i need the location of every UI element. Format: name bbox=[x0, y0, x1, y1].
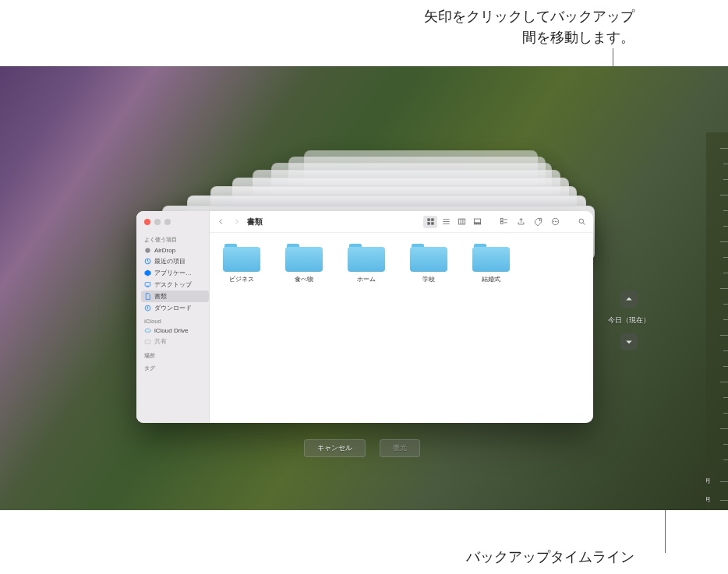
svg-rect-12 bbox=[474, 219, 480, 223]
folder-icon bbox=[472, 242, 510, 272]
folder-item[interactable]: ビジネス bbox=[217, 242, 266, 283]
sidebar-item-applications[interactable]: アプリケー… bbox=[141, 267, 209, 279]
svg-rect-13 bbox=[474, 224, 475, 224]
action-buttons: キャンセル 復元 bbox=[304, 439, 420, 457]
view-mode-group bbox=[423, 216, 484, 228]
svg-rect-11 bbox=[458, 219, 465, 224]
timeline-tick bbox=[720, 288, 728, 289]
svg-point-22 bbox=[556, 221, 557, 222]
chevron-down-icon bbox=[624, 337, 634, 347]
group-by-button[interactable] bbox=[497, 216, 511, 228]
folder-item[interactable]: 結婚式 bbox=[467, 242, 515, 283]
action-button[interactable] bbox=[548, 216, 562, 228]
sidebar-item-label: ダウンロード bbox=[154, 304, 192, 312]
svg-rect-17 bbox=[500, 222, 503, 224]
zoom-button bbox=[164, 219, 171, 225]
minimize-button bbox=[154, 219, 161, 225]
svg-point-18 bbox=[539, 220, 539, 220]
folder-label: 結婚式 bbox=[482, 275, 500, 283]
window-title: 書類 bbox=[247, 217, 263, 227]
sidebar-item-label: 書類 bbox=[154, 292, 167, 301]
sidebar-item-desktop[interactable]: デスクトップ bbox=[141, 279, 209, 291]
svg-rect-10 bbox=[431, 222, 433, 224]
svg-point-20 bbox=[553, 221, 553, 222]
timeline-tick bbox=[720, 428, 728, 429]
callout-timeline: バックアップタイムライン bbox=[466, 548, 634, 566]
folder-item[interactable]: ホーム bbox=[342, 242, 391, 283]
folder-label: ビジネス bbox=[229, 275, 254, 283]
sidebar-item-airdrop[interactable]: AirDrop bbox=[141, 245, 209, 255]
svg-rect-3 bbox=[145, 283, 150, 287]
timeline-tick bbox=[723, 350, 728, 351]
timeline-tick bbox=[723, 226, 728, 227]
sidebar-item-icloud-drive[interactable]: iCloud Drive bbox=[141, 326, 209, 336]
finder-window: よく使う項目 AirDrop 最近の項目 アプリケー… デスクトップ 書類 bbox=[136, 211, 593, 423]
timeline-tick bbox=[720, 481, 728, 482]
search-button[interactable] bbox=[574, 216, 588, 228]
sidebar-section-locations: 場所 bbox=[144, 352, 209, 360]
svg-rect-8 bbox=[431, 218, 433, 220]
timeline-tick bbox=[723, 273, 728, 273]
sidebar-section-tags: タグ bbox=[144, 364, 209, 372]
sidebar-item-label: デスクトップ bbox=[154, 280, 192, 289]
cloud-icon bbox=[144, 327, 151, 334]
timeline-tick bbox=[720, 500, 728, 501]
list-view-button[interactable] bbox=[439, 216, 453, 228]
close-button[interactable] bbox=[144, 219, 150, 225]
timeline-tick bbox=[720, 195, 728, 195]
sidebar-item-shared[interactable]: 共有 bbox=[141, 336, 209, 347]
column-view-button[interactable] bbox=[454, 216, 468, 228]
sidebar-item-label: 共有 bbox=[154, 337, 167, 346]
tag-button[interactable] bbox=[531, 216, 545, 228]
svg-rect-16 bbox=[500, 218, 503, 220]
back-button[interactable] bbox=[214, 216, 227, 228]
timeline-tick bbox=[723, 460, 728, 460]
chevron-up-icon bbox=[624, 294, 634, 304]
svg-rect-9 bbox=[427, 222, 429, 224]
sidebar-item-recents[interactable]: 最近の項目 bbox=[141, 255, 209, 267]
callout-line-2: 間を移動します。 bbox=[424, 27, 634, 48]
svg-rect-4 bbox=[147, 287, 149, 287]
folder-label: ホーム bbox=[357, 275, 376, 283]
svg-point-23 bbox=[579, 219, 584, 224]
backup-timeline-ruler[interactable]: 2022年6月 2023年5月 昨日 現在 bbox=[706, 132, 728, 510]
folder-icon bbox=[348, 242, 385, 272]
folder-content[interactable]: ビジネス 食べ物 ホーム 学校 結婚式 bbox=[210, 233, 593, 423]
timeline-tick bbox=[720, 241, 728, 242]
timeline-nav-arrows: 今日（現在） bbox=[608, 291, 650, 350]
forward-button[interactable] bbox=[230, 216, 242, 228]
finder-toolbar: 書類 bbox=[210, 211, 593, 233]
sidebar-item-downloads[interactable]: ダウンロード bbox=[141, 302, 209, 314]
svg-rect-15 bbox=[479, 224, 480, 224]
icon-view-button[interactable] bbox=[423, 216, 437, 228]
airdrop-icon bbox=[144, 247, 151, 254]
sidebar-item-documents[interactable]: 書類 bbox=[141, 291, 209, 302]
folder-item[interactable]: 学校 bbox=[405, 242, 453, 283]
timeline-tick bbox=[723, 319, 728, 320]
callout-line-1: 矢印をクリックしてバックアップ bbox=[424, 6, 634, 27]
timeline-tick bbox=[720, 382, 728, 382]
svg-rect-6 bbox=[145, 340, 150, 344]
share-button[interactable] bbox=[514, 216, 528, 228]
folder-icon bbox=[223, 242, 260, 272]
timeline-tick bbox=[720, 148, 728, 149]
applications-icon bbox=[144, 269, 151, 276]
timeline-down-button[interactable] bbox=[620, 333, 638, 350]
timeline-label: 2022年6月 bbox=[706, 477, 711, 485]
folder-icon bbox=[410, 242, 447, 272]
timeline-up-button[interactable] bbox=[620, 291, 638, 308]
sidebar-item-label: 最近の項目 bbox=[154, 257, 186, 266]
timeline-tick bbox=[723, 366, 728, 367]
finder-sidebar: よく使う項目 AirDrop 最近の項目 アプリケー… デスクトップ 書類 bbox=[136, 211, 210, 423]
desktop-background: よく使う項目 AirDrop 最近の項目 アプリケー… デスクトップ 書類 bbox=[0, 66, 728, 510]
timeline-tick bbox=[723, 304, 728, 305]
folder-item[interactable]: 食べ物 bbox=[280, 242, 328, 283]
cancel-button[interactable]: キャンセル bbox=[304, 439, 366, 457]
timeline-current-label: 今日（現在） bbox=[608, 315, 650, 326]
svg-point-1 bbox=[147, 250, 149, 252]
timeline-tick bbox=[723, 397, 728, 398]
timeline-label: 2023年5月 bbox=[706, 495, 711, 504]
gallery-view-button[interactable] bbox=[470, 216, 484, 228]
timeline-tick bbox=[720, 335, 728, 336]
svg-rect-14 bbox=[476, 224, 478, 224]
